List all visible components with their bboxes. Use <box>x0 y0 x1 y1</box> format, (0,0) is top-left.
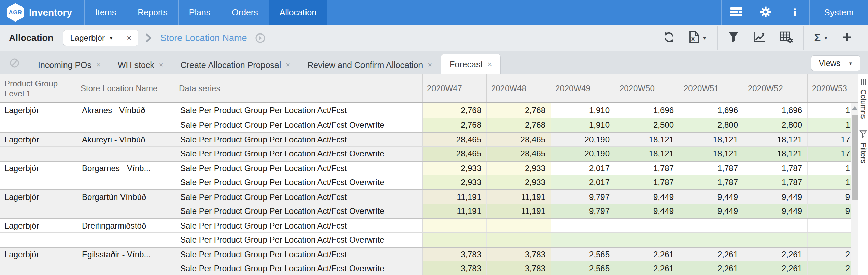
data-series-cell[interactable]: Sale Per Product Group Per Location Act/… <box>174 133 422 146</box>
value-cell[interactable]: 2,261 <box>743 248 807 261</box>
tab-review-and-confirm-allocation[interactable]: Review and Confirm Allocation× <box>299 56 441 74</box>
table-row[interactable]: LagerbjórBorgarnes - Vínb...Sale Per Pro… <box>0 161 851 175</box>
store-location-cell[interactable]: Dreifingarmiðstöð <box>76 219 174 232</box>
nav-item-reports[interactable]: Reports <box>127 0 178 25</box>
value-cell[interactable] <box>743 233 807 247</box>
table-row[interactable]: Sale Per Product Group Per Location Act/… <box>0 232 851 247</box>
tab-forecast[interactable]: Forecast× <box>441 54 501 74</box>
value-cell[interactable] <box>615 219 679 232</box>
product-group-cell[interactable] <box>0 118 76 132</box>
views-button[interactable]: Views ▼ <box>811 55 860 71</box>
value-cell[interactable] <box>615 233 679 247</box>
store-location-cell[interactable] <box>76 233 174 247</box>
product-group-cell[interactable] <box>0 204 76 218</box>
value-cell[interactable]: 2,933 <box>422 175 486 189</box>
value-cell[interactable]: 2,800 <box>679 118 743 132</box>
data-series-cell[interactable]: Sale Per Product Group Per Location Act/… <box>174 147 422 161</box>
value-cell[interactable] <box>679 233 743 247</box>
data-series-cell[interactable]: Sale Per Product Group Per Location Act/… <box>174 162 422 175</box>
value-cell[interactable]: 11,191 <box>486 204 551 218</box>
value-cell[interactable]: 9,797 <box>551 204 615 218</box>
value-cell[interactable]: 17 <box>807 133 851 146</box>
nav-item-items[interactable]: Items <box>84 0 127 25</box>
filter-chip-dropdown[interactable]: Lagerbjór ▼ <box>63 30 120 46</box>
data-series-cell[interactable]: Sale Per Product Group Per Location Act/… <box>174 175 422 189</box>
data-series-cell[interactable]: Sale Per Product Group Per Location Act/… <box>174 103 422 118</box>
table-row[interactable]: LagerbjórDreifingarmiðstöðSale Per Produ… <box>0 218 851 232</box>
filters-funnel-icon[interactable] <box>859 130 867 139</box>
data-series-cell[interactable]: Sale Per Product Group Per Location Act/… <box>174 261 422 275</box>
table-row[interactable]: LagerbjórAkranes - VínbúðSale Per Produc… <box>0 103 851 118</box>
value-cell[interactable] <box>486 219 551 232</box>
value-cell[interactable]: 18,121 <box>615 147 679 161</box>
value-cell[interactable]: 2,261 <box>679 261 743 275</box>
value-cell[interactable]: 1 <box>807 103 851 118</box>
value-cell[interactable]: 2,800 <box>743 118 807 132</box>
value-cell[interactable]: 18,121 <box>615 133 679 146</box>
columns-panel-tab[interactable]: Columns <box>859 89 868 119</box>
nav-item-allocation[interactable]: Allocation <box>269 0 327 25</box>
value-cell[interactable]: 2,565 <box>551 248 615 261</box>
store-location-cell[interactable] <box>76 175 174 189</box>
scroll-up-arrow-icon[interactable] <box>852 106 857 110</box>
refresh-button[interactable] <box>656 29 682 46</box>
table-row[interactable]: LagerbjórBorgartún VínbúðSale Per Produc… <box>0 189 851 204</box>
value-cell[interactable]: 1,787 <box>615 175 679 189</box>
data-series-cell[interactable]: Sale Per Product Group Per Location Act/… <box>174 204 422 218</box>
product-group-cell[interactable] <box>0 175 76 189</box>
store-location-cell[interactable] <box>76 204 174 218</box>
run-button[interactable] <box>255 33 266 43</box>
tab-close-icon[interactable]: × <box>96 60 101 69</box>
value-cell[interactable]: 9,449 <box>743 204 807 218</box>
value-cell[interactable]: 18,121 <box>679 147 743 161</box>
product-group-cell[interactable]: Lagerbjór <box>0 248 76 261</box>
table-row[interactable]: Sale Per Product Group Per Location Act/… <box>0 175 851 189</box>
value-cell[interactable]: 3,783 <box>422 248 486 261</box>
product-group-cell[interactable]: Lagerbjór <box>0 219 76 232</box>
value-cell[interactable]: 2,768 <box>486 103 551 118</box>
value-cell[interactable]: 2,768 <box>422 118 486 132</box>
value-cell[interactable]: 2,565 <box>551 261 615 275</box>
value-cell[interactable] <box>551 219 615 232</box>
data-series-cell[interactable]: Sale Per Product Group Per Location Act/… <box>174 233 422 247</box>
tab-wh-stock[interactable]: WH stock× <box>109 56 172 74</box>
grip-icon[interactable] <box>861 79 866 85</box>
product-group-cell[interactable] <box>0 261 76 275</box>
value-cell[interactable]: 2,017 <box>551 175 615 189</box>
store-location-cell[interactable]: Akureyri - Vínbúð <box>76 133 174 146</box>
value-cell[interactable]: 2 <box>807 248 851 261</box>
store-location-cell[interactable] <box>76 147 174 161</box>
value-cell[interactable]: 1,696 <box>743 103 807 118</box>
value-cell[interactable]: 1,696 <box>615 103 679 118</box>
value-cell[interactable]: 2,261 <box>679 248 743 261</box>
value-cell[interactable]: 9,449 <box>743 190 807 204</box>
store-location-cell[interactable]: Akranes - Vínbúð <box>76 103 174 118</box>
store-location-cell[interactable] <box>76 261 174 275</box>
value-cell[interactable]: 28,465 <box>422 147 486 161</box>
data-series-cell[interactable]: Sale Per Product Group Per Location Act/… <box>174 248 422 261</box>
value-cell[interactable]: 9,797 <box>551 190 615 204</box>
value-cell[interactable]: 1 <box>807 162 851 175</box>
vertical-scrollbar[interactable] <box>851 103 858 275</box>
table-row[interactable]: Sale Per Product Group Per Location Act/… <box>0 118 851 132</box>
value-cell[interactable]: 1,910 <box>551 118 615 132</box>
system-menu[interactable]: System <box>809 0 868 25</box>
value-cell[interactable]: 9,449 <box>679 190 743 204</box>
value-cell[interactable]: 2,933 <box>486 162 551 175</box>
value-cell[interactable]: 3,783 <box>486 248 551 261</box>
nav-item-plans[interactable]: Plans <box>178 0 221 25</box>
product-group-cell[interactable] <box>0 233 76 247</box>
value-cell[interactable]: 1,696 <box>679 103 743 118</box>
filters-panel-tab[interactable]: Filters <box>859 143 868 163</box>
column-header-2020w53[interactable]: 2020W53 <box>807 74 851 102</box>
value-cell[interactable]: 11,191 <box>486 190 551 204</box>
value-cell[interactable]: 9 <box>807 190 851 204</box>
value-cell[interactable]: 20,190 <box>551 147 615 161</box>
filter-chip-close-button[interactable]: × <box>120 30 138 46</box>
settings-button[interactable] <box>751 0 780 25</box>
product-group-cell[interactable]: Lagerbjór <box>0 103 76 118</box>
value-cell[interactable]: 18,121 <box>743 133 807 146</box>
breadcrumb-store-location-link[interactable]: Store Location Name <box>160 33 247 43</box>
column-header-store-location-name[interactable]: Store Location Name <box>76 74 174 102</box>
value-cell[interactable]: 18,121 <box>679 133 743 146</box>
